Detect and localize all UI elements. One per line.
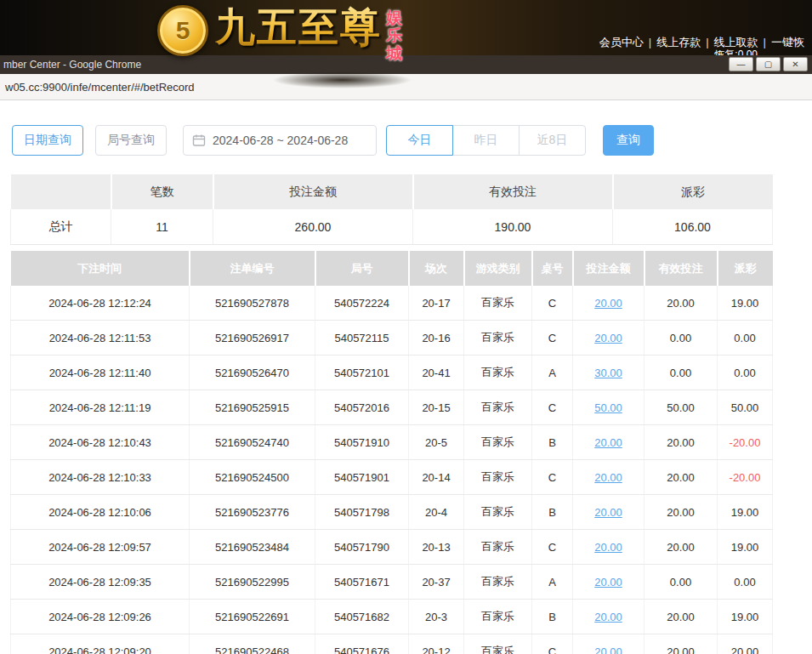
bet-cell-0: 2024-06-28 12:09:26 bbox=[11, 600, 190, 634]
table-row: 2024-06-28 12:09:26521690522691540571682… bbox=[11, 600, 773, 634]
today-button[interactable]: 今日 bbox=[386, 125, 453, 156]
search-button[interactable]: 查询 bbox=[603, 125, 654, 156]
url-text[interactable]: w05.cc:9900/infe/mcenter/#/betRecord bbox=[5, 81, 195, 94]
summary-total-row: 总计11260.00190.00106.00 bbox=[11, 209, 773, 245]
calendar-icon bbox=[192, 134, 206, 147]
bet-cell-1: 521690523776 bbox=[190, 495, 315, 530]
bet-cell-7: 0.00 bbox=[644, 321, 718, 355]
nav-link-2[interactable]: 线上取款 bbox=[714, 36, 758, 48]
last8days-button[interactable]: 近8日 bbox=[519, 125, 586, 156]
summary-value-cell-0: 总计 bbox=[11, 209, 111, 245]
nav-link-0[interactable]: 会员中心 bbox=[599, 36, 644, 48]
bet-cell-8: 19.00 bbox=[718, 600, 773, 634]
bet-amount-link[interactable]: 20.00 bbox=[573, 565, 644, 600]
bet-cell-4: 百家乐 bbox=[464, 565, 532, 600]
bet-cell-8: 20.00 bbox=[718, 634, 773, 654]
minimize-button[interactable]: — bbox=[729, 57, 753, 71]
banner-nav: 会员中心|线上存款|线上取款|一键恢 bbox=[595, 35, 809, 50]
bet-cell-8: 0.00 bbox=[718, 565, 773, 600]
coin-number: 5 bbox=[160, 8, 206, 54]
bet-cell-3: 20-17 bbox=[409, 286, 464, 321]
window-title: mber Center - Google Chrome bbox=[3, 59, 141, 71]
bet-cell-4: 百家乐 bbox=[464, 286, 532, 321]
bet-cell-3: 20-5 bbox=[409, 425, 464, 460]
bet-amount-link[interactable]: 20.00 bbox=[573, 286, 644, 321]
date-range-input[interactable]: 2024-06-28 ~ 2024-06-28 bbox=[183, 125, 377, 156]
bet-amount-link[interactable]: 50.00 bbox=[573, 390, 644, 425]
bet-cell-4: 百家乐 bbox=[464, 530, 532, 565]
bet-cell-1: 521690525915 bbox=[190, 390, 315, 425]
bet-cell-3: 20-37 bbox=[409, 565, 464, 600]
table-row: 2024-06-28 12:10:33521690524500540571901… bbox=[11, 460, 773, 495]
gold-coin-icon: 5 bbox=[157, 5, 208, 56]
round-query-tab[interactable]: 局号查询 bbox=[95, 125, 167, 156]
bet-header-cell-2: 局号 bbox=[315, 251, 409, 286]
filter-toolbar: 日期查询 局号查询 2024-06-28 ~ 2024-06-28 今日 昨日 … bbox=[12, 125, 654, 156]
bet-cell-8: -20.00 bbox=[718, 425, 773, 460]
logo-subtitle-char-1: 乐 bbox=[386, 26, 402, 44]
bet-cell-5: C bbox=[532, 390, 573, 425]
bet-cell-5: B bbox=[532, 495, 573, 530]
bet-cell-7: 20.00 bbox=[644, 460, 718, 495]
bet-amount-link[interactable]: 20.00 bbox=[573, 495, 644, 530]
summary-value-cell-1: 11 bbox=[111, 209, 213, 245]
bet-cell-8: 0.00 bbox=[718, 355, 773, 390]
bet-cell-1: 521690522468 bbox=[190, 634, 315, 654]
bet-cell-3: 20-15 bbox=[409, 390, 464, 425]
bet-cell-5: B bbox=[532, 600, 573, 634]
bet-amount-link[interactable]: 20.00 bbox=[573, 321, 644, 355]
bet-cell-7: 20.00 bbox=[644, 634, 718, 654]
bet-cell-2: 540572101 bbox=[315, 355, 409, 390]
maximize-button[interactable]: ▢ bbox=[756, 57, 781, 71]
bet-cell-4: 百家乐 bbox=[464, 600, 532, 634]
bet-cell-1: 521690522691 bbox=[190, 600, 315, 634]
bet-record-table: 下注时间注单编号局号场次游戏类别桌号投注金额有效投注派彩 2024-06-28 … bbox=[10, 251, 773, 654]
yesterday-button[interactable]: 昨日 bbox=[452, 125, 520, 156]
bet-cell-3: 20-16 bbox=[409, 321, 464, 355]
bet-cell-8: 50.00 bbox=[718, 390, 773, 425]
bet-amount-link[interactable]: 20.00 bbox=[573, 530, 644, 565]
bet-cell-1: 521690527878 bbox=[190, 286, 315, 321]
date-range-value: 2024-06-28 ~ 2024-06-28 bbox=[213, 134, 348, 147]
bet-amount-link[interactable]: 20.00 bbox=[573, 600, 644, 634]
logo-title: 九五至尊 bbox=[215, 2, 382, 53]
bet-cell-3: 20-3 bbox=[409, 600, 464, 634]
bet-header-cell-3: 场次 bbox=[409, 251, 464, 286]
nav-link-1[interactable]: 线上存款 bbox=[656, 36, 701, 48]
site-logo: 5 九五至尊 娱乐城 bbox=[157, 2, 402, 62]
summary-value-cell-3: 190.00 bbox=[413, 209, 613, 245]
table-header-row: 下注时间注单编号局号场次游戏类别桌号投注金额有效投注派彩 bbox=[11, 251, 773, 286]
summary-value-cell-4: 106.00 bbox=[613, 209, 773, 245]
summary-header-cell-2: 投注金额 bbox=[213, 174, 413, 209]
bet-cell-0: 2024-06-28 12:10:33 bbox=[11, 460, 190, 495]
bet-cell-2: 540571671 bbox=[315, 565, 409, 600]
bet-cell-1: 521690522995 bbox=[190, 565, 315, 600]
bet-cell-8: 0.00 bbox=[718, 321, 773, 355]
bet-header-cell-6: 投注金额 bbox=[573, 251, 644, 286]
nav-link-3[interactable]: 一键恢 bbox=[771, 36, 804, 48]
bet-cell-1: 521690524500 bbox=[190, 460, 315, 495]
table-row: 2024-06-28 12:11:40521690526470540572101… bbox=[11, 355, 773, 390]
bet-amount-link[interactable]: 20.00 bbox=[573, 425, 644, 460]
bet-cell-4: 百家乐 bbox=[464, 390, 532, 425]
bet-cell-3: 20-13 bbox=[409, 530, 464, 565]
bet-amount-link[interactable]: 30.00 bbox=[573, 355, 644, 390]
bet-header-cell-7: 有效投注 bbox=[644, 251, 718, 286]
close-button[interactable]: ✕ bbox=[783, 57, 808, 71]
bet-cell-3: 20-14 bbox=[409, 460, 464, 495]
bet-cell-3: 20-12 bbox=[409, 634, 464, 654]
date-query-tab[interactable]: 日期查询 bbox=[12, 125, 83, 156]
bet-amount-link[interactable]: 20.00 bbox=[573, 634, 644, 654]
bet-cell-1: 521690523484 bbox=[190, 530, 315, 565]
bet-cell-7: 50.00 bbox=[644, 390, 718, 425]
table-row: 2024-06-28 12:10:43521690524740540571910… bbox=[11, 425, 773, 460]
bet-cell-1: 521690526470 bbox=[190, 355, 315, 390]
bet-record-page: 日期查询 局号查询 2024-06-28 ~ 2024-06-28 今日 昨日 … bbox=[0, 100, 812, 654]
table-row: 2024-06-28 12:09:20521690522468540571676… bbox=[11, 634, 773, 654]
bet-cell-0: 2024-06-28 12:10:43 bbox=[11, 425, 190, 460]
bet-amount-link[interactable]: 20.00 bbox=[573, 460, 644, 495]
bet-cell-2: 540571901 bbox=[315, 460, 409, 495]
bet-cell-3: 20-41 bbox=[409, 355, 464, 390]
bet-cell-1: 521690526917 bbox=[190, 321, 315, 355]
table-row: 2024-06-28 12:10:06521690523776540571798… bbox=[11, 495, 773, 530]
